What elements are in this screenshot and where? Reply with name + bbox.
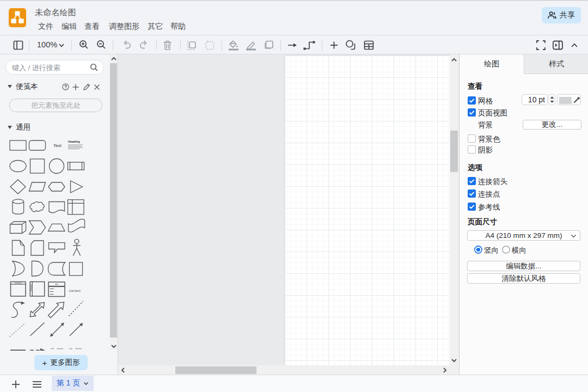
svg-text:Heading: Heading bbox=[68, 140, 80, 143]
svg-text:List Item: List Item bbox=[69, 289, 81, 292]
svg-text:Text: Text bbox=[53, 143, 62, 148]
